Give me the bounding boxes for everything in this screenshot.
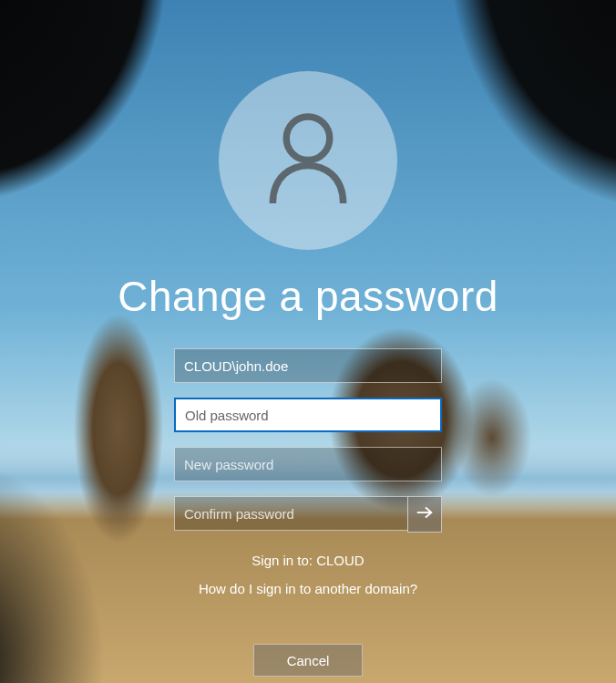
new-password-input[interactable] (175, 448, 441, 481)
fields-group (174, 348, 442, 533)
new-password-field[interactable] (174, 447, 442, 481)
cancel-button[interactable]: Cancel (253, 644, 363, 677)
svg-point-0 (286, 117, 330, 160)
change-password-panel: Change a password Sig (0, 0, 616, 683)
arrow-right-icon (415, 502, 435, 526)
confirm-password-field[interactable] (174, 496, 408, 531)
cancel-button-label: Cancel (287, 653, 330, 668)
submit-button[interactable] (407, 496, 442, 533)
other-domain-link[interactable]: How do I sign in to another domain? (199, 581, 417, 596)
username-field[interactable] (174, 348, 442, 383)
sign-in-domain-label: Sign in to: CLOUD (252, 553, 364, 568)
username-input[interactable] (175, 349, 441, 382)
page-title: Change a password (118, 272, 498, 321)
confirm-password-input[interactable] (175, 497, 407, 530)
confirm-row (174, 496, 442, 533)
old-password-input[interactable] (176, 399, 440, 430)
user-icon (264, 111, 352, 210)
old-password-field[interactable] (174, 398, 442, 432)
avatar (219, 71, 397, 250)
